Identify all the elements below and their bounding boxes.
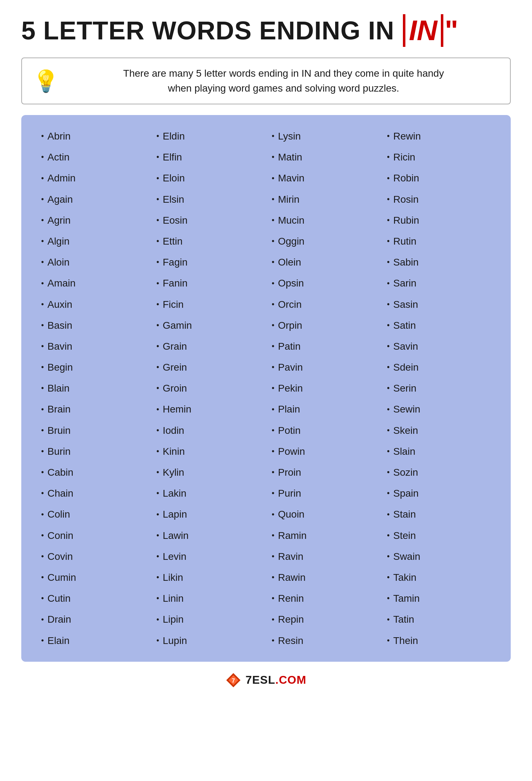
list-item: •Kylin — [151, 462, 266, 483]
list-item: •Savin — [381, 336, 497, 357]
list-item: •Kinin — [151, 441, 266, 462]
word-text: Burin — [48, 444, 71, 458]
bullet-icon: • — [41, 572, 44, 583]
word-text: Bavin — [48, 339, 72, 353]
list-item: •Abrin — [35, 126, 151, 147]
bullet-icon: • — [156, 152, 159, 163]
title-area: 5 LETTER WORDS ENDING IN IN " — [21, 14, 511, 47]
list-item: •Renin — [266, 588, 381, 609]
list-item: •Resin — [266, 630, 381, 651]
list-item: •Purin — [266, 483, 381, 504]
word-text: Repin — [278, 612, 304, 626]
title-text: 5 LETTER WORDS ENDING IN — [21, 16, 394, 45]
word-text: Chain — [48, 486, 73, 500]
bullet-icon: • — [387, 404, 390, 415]
bullet-icon: • — [156, 614, 159, 625]
word-text: Stein — [393, 529, 416, 542]
list-item: •Lakin — [151, 483, 266, 504]
bullet-icon: • — [272, 173, 275, 184]
word-text: Swain — [393, 550, 420, 563]
word-text: Eldin — [163, 129, 185, 143]
list-item: •Orcin — [266, 294, 381, 315]
list-item: •Fagin — [151, 252, 266, 273]
bullet-icon: • — [272, 572, 275, 583]
bullet-icon: • — [156, 257, 159, 268]
list-item: •Repin — [266, 609, 381, 630]
list-item: •Tatin — [381, 609, 497, 630]
bullet-icon: • — [41, 236, 44, 247]
bullet-icon: • — [41, 173, 44, 184]
bullet-icon: • — [387, 572, 390, 583]
list-item: •Mirin — [266, 189, 381, 210]
bullet-icon: • — [387, 635, 390, 646]
list-item: •Covin — [35, 546, 151, 567]
title-quote-right: " — [445, 14, 458, 47]
bullet-icon: • — [41, 404, 44, 415]
word-text: Olein — [278, 255, 301, 269]
word-text: Lawin — [163, 529, 189, 542]
list-item: •Colin — [35, 504, 151, 525]
list-item: •Bruin — [35, 420, 151, 441]
word-text: Sabin — [393, 255, 419, 269]
bullet-icon: • — [156, 551, 159, 562]
bullet-icon: • — [387, 425, 390, 436]
word-text: Matin — [278, 150, 302, 164]
list-item: •Groin — [151, 378, 266, 399]
list-item: •Sarin — [381, 273, 497, 294]
list-item: •Iodin — [151, 420, 266, 441]
word-text: Lysin — [278, 129, 301, 143]
list-item: •Admin — [35, 168, 151, 189]
bullet-icon: • — [272, 131, 275, 142]
bullet-icon: • — [41, 593, 44, 604]
word-text: Savin — [393, 339, 418, 353]
bullet-icon: • — [387, 446, 390, 457]
word-text: Agrin — [48, 213, 71, 227]
list-item: •Opsin — [266, 273, 381, 294]
bullet-icon: • — [272, 404, 275, 415]
word-text: Lakin — [163, 486, 187, 500]
bullet-icon: • — [387, 236, 390, 247]
word-text: Aloin — [48, 255, 70, 269]
list-item: •Drain — [35, 609, 151, 630]
list-item: •Orpin — [266, 315, 381, 336]
word-text: Kinin — [163, 444, 185, 458]
list-item: •Tamin — [381, 588, 497, 609]
bullet-icon: • — [41, 152, 44, 163]
bullet-icon: • — [156, 446, 159, 457]
word-text: Ettin — [163, 234, 183, 248]
word-text: Tamin — [393, 591, 420, 605]
bullet-icon: • — [156, 572, 159, 583]
list-item: •Sabin — [381, 252, 497, 273]
word-column-2: •Lysin•Matin•Mavin•Mirin•Mucin•Oggin•Ole… — [266, 126, 381, 651]
bullet-icon: • — [41, 551, 44, 562]
word-text: Sarin — [393, 276, 416, 290]
word-text: Linin — [163, 591, 184, 605]
word-text: Bruin — [48, 424, 71, 437]
bullet-icon: • — [387, 257, 390, 268]
bullet-icon: • — [156, 173, 159, 184]
list-item: •Thein — [381, 630, 497, 651]
list-item: •Aloin — [35, 252, 151, 273]
list-item: •Rosin — [381, 189, 497, 210]
bullet-icon: • — [272, 530, 275, 541]
bullet-icon: • — [387, 131, 390, 142]
word-text: Skein — [393, 424, 418, 437]
bullet-icon: • — [156, 404, 159, 415]
word-text: Mavin — [278, 171, 305, 185]
word-text: Lapin — [163, 507, 187, 521]
word-text: Lipin — [163, 612, 184, 626]
word-text: Actin — [48, 150, 70, 164]
word-text: Patin — [278, 339, 301, 353]
bullet-icon: • — [41, 320, 44, 331]
word-grid: •Abrin•Actin•Admin•Again•Agrin•Algin•Alo… — [35, 126, 497, 651]
list-item: •Plain — [266, 399, 381, 420]
word-text: Blain — [48, 381, 70, 395]
word-text: Rubin — [393, 213, 419, 227]
word-text: Eosin — [163, 213, 188, 227]
list-item: •Grein — [151, 357, 266, 378]
list-item: •Ravin — [266, 546, 381, 567]
list-item: •Linin — [151, 588, 266, 609]
word-text: Begin — [48, 360, 73, 374]
bullet-icon: • — [387, 509, 390, 520]
list-item: •Burin — [35, 441, 151, 462]
